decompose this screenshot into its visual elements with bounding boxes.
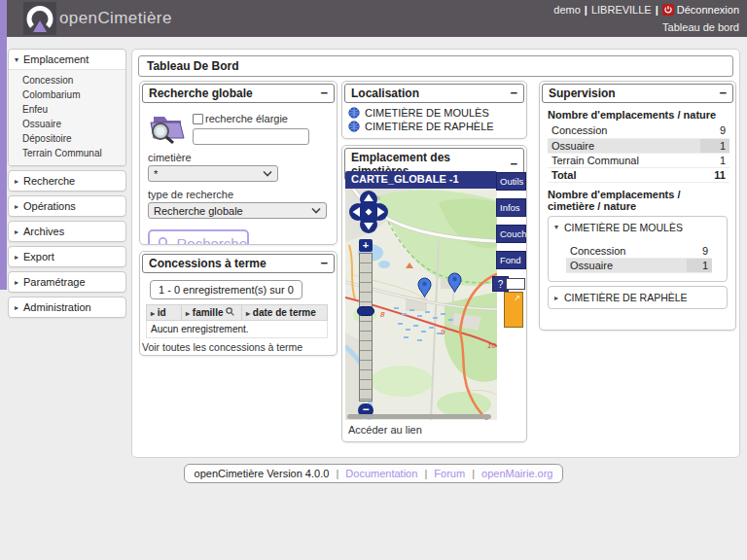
sidebar-item-concession[interactable]: Concession	[9, 73, 125, 88]
map-horizontal-scrollbar[interactable]	[347, 414, 491, 419]
power-icon	[662, 4, 674, 16]
globe-icon	[348, 107, 360, 119]
column-header-id[interactable]: ▸ id	[147, 305, 182, 321]
widget-title: Supervision	[549, 87, 616, 100]
chevron-right-icon: ▸	[15, 202, 18, 211]
cemetery-name: CIMETIÈRE DE MOULÈS	[365, 107, 489, 119]
sidebar-item-label: Archives	[23, 226, 64, 237]
sidebar-item-label: Opérations	[23, 200, 76, 212]
main-content-panel: Tableau De Bord Recherche globale −	[131, 49, 740, 458]
cemetery-name: CIMETIÈRE DE RAPHÈLE	[564, 292, 688, 303]
logout-link[interactable]: Déconnexion	[662, 4, 739, 16]
sidebar-item-colombarium[interactable]: Colombarium	[9, 88, 125, 102]
sidebar-item-archives[interactable]: ▸ Archives	[9, 222, 125, 241]
zoom-in-button[interactable]: +	[359, 239, 373, 252]
sidebar-item-label: Export	[23, 251, 54, 262]
footer: openCimetière Version 4.0.0 | Documentat…	[0, 464, 747, 483]
recherche-elargie-checkbox[interactable]	[193, 114, 203, 124]
logo-ring-icon	[23, 2, 56, 35]
sidebar-item-label: Paramétrage	[23, 276, 86, 288]
collectivity-name: LIBREVILLE	[591, 4, 652, 16]
row-label: Ossuaire	[548, 138, 700, 153]
row-value: 9	[687, 244, 712, 259]
cemetery-name: CIMETIÈRE DE RAPHÈLE	[365, 121, 494, 132]
user-name: demo	[553, 4, 581, 16]
map-marker-icon[interactable]	[417, 277, 432, 298]
sidebar-item-depositoire[interactable]: Dépositoire	[9, 131, 125, 146]
checkbox-label: recherche élargie	[205, 113, 288, 124]
sidebar-item-terrain-communal[interactable]: Terrain Communal	[9, 146, 125, 160]
chevron-right-icon: ▸	[15, 278, 18, 287]
search-input[interactable]	[193, 128, 309, 145]
row-value: 9	[700, 123, 729, 138]
map-marker-icon[interactable]	[447, 272, 462, 293]
map-title: CARTE_GLOBALE -1	[345, 171, 497, 189]
road-label: 9	[441, 328, 445, 336]
accordion-header-moules[interactable]: ▾ CIMETIÈRE DE MOULÈS	[549, 217, 727, 238]
chevron-right-icon: ▸	[15, 177, 18, 186]
see-all-concessions-link[interactable]: Voir toutes les concessions à terme	[142, 341, 337, 353]
map-tab-couches[interactable]: Couches	[496, 225, 526, 243]
total-value: 11	[700, 167, 729, 182]
sidebar-item-ossuaire[interactable]: Ossuaire	[9, 117, 125, 131]
widget-recherche-globale: Recherche globale − recherche élargie	[139, 81, 338, 245]
cemetery-link-moules[interactable]: CIMETIÈRE DE MOULÈS	[342, 105, 526, 119]
map-access-link[interactable]: Accéder au lien	[348, 424, 422, 436]
zoom-slider-handle[interactable]	[357, 306, 374, 316]
column-header-famille[interactable]: ▸ famille	[182, 305, 242, 321]
sidebar-item-recherche[interactable]: ▸ Recherche	[9, 171, 125, 191]
select-value: *	[154, 168, 158, 180]
column-header-date-de-terme[interactable]: ▸ date de terme	[242, 305, 328, 321]
map-pan-control[interactable]	[349, 191, 388, 233]
row-label: Terrain Communal	[548, 153, 700, 167]
sidebar-item-export[interactable]: ▸ Export	[9, 247, 125, 266]
separator: |	[336, 468, 338, 479]
road-label: 10	[487, 341, 496, 350]
minimize-button[interactable]: −	[510, 159, 517, 169]
app-logo: openCimetière	[23, 2, 172, 35]
map-tab-infos[interactable]: Infos	[496, 198, 526, 217]
table-row-total: Total 11	[548, 167, 729, 182]
row-value: 1	[700, 138, 729, 153]
minimize-button[interactable]: −	[320, 259, 328, 268]
chevron-right-icon: ▸	[15, 228, 18, 236]
sidebar-item-operations[interactable]: ▸ Opérations	[9, 196, 125, 216]
minimize-button[interactable]: −	[719, 88, 727, 98]
widget-localisation: Localisation − CIMETIÈRE DE MOULÈS CIMET…	[341, 81, 527, 139]
type-recherche-label: type de recherche	[148, 189, 337, 200]
row-value: 1	[687, 259, 712, 273]
accordion-raphele: ▸ CIMETIÈRE DE RAPHÈLE	[548, 286, 728, 309]
accent-stripe	[0, 0, 7, 290]
widget-emplacement-des-cimetieres: Emplacement des cimetières − CARTE_GLOBA…	[341, 145, 527, 442]
footer-link-openmairie[interactable]: openMairie.org	[481, 468, 552, 479]
recherche-button[interactable]: Recherche	[148, 229, 249, 245]
overview-map-toggle[interactable]: ↗	[504, 292, 523, 328]
map-tab-outils[interactable]: Outils	[496, 172, 526, 191]
minimize-button[interactable]: −	[320, 88, 328, 98]
cemetery-link-raphele[interactable]: CIMETIÈRE DE RAPHÈLE	[342, 119, 526, 132]
widget-title: Localisation	[351, 87, 419, 100]
chevron-down-icon	[311, 207, 321, 214]
sidebar-item-administration[interactable]: ▸ Administration	[9, 298, 125, 317]
cimetiere-select[interactable]: *	[148, 165, 278, 182]
type-recherche-select[interactable]: Recherche globale	[148, 202, 327, 219]
chevron-down-icon: ▾	[15, 55, 18, 64]
sidebar: ▾ Emplacement Concession Colombarium Enf…	[8, 49, 126, 322]
zoom-slider-track[interactable]	[359, 253, 373, 402]
footer-link-forum[interactable]: Forum	[434, 468, 465, 479]
section-heading-cimetiere: Nombre d'emplacements / cimetière / natu…	[548, 189, 728, 212]
nature-table: Concession 9 Ossuaire 1 Terrain Communal…	[548, 123, 729, 183]
map-tab-fond[interactable]: Fond	[496, 251, 526, 269]
table-row: Concession 9	[566, 244, 712, 259]
cemetery-name: CIMETIÈRE DE MOULÈS	[564, 222, 683, 233]
accordion-moules: ▾ CIMETIÈRE DE MOULÈS Concession 9 Ossua…	[548, 216, 728, 283]
minimize-button[interactable]: −	[510, 88, 517, 98]
search-folder-icon	[148, 111, 187, 144]
accordion-header-raphele[interactable]: ▸ CIMETIÈRE DE RAPHÈLE	[549, 287, 727, 308]
footer-link-documentation[interactable]: Documentation	[345, 468, 417, 479]
sidebar-item-parametrage[interactable]: ▸ Paramétrage	[9, 272, 125, 292]
sidebar-item-emplacement[interactable]: ▾ Emplacement	[9, 50, 125, 69]
sidebar-item-enfeu[interactable]: Enfeu	[9, 102, 125, 117]
pagination-info: 1 - 0 enregistrement(s) sur 0	[150, 280, 302, 299]
empty-message: Aucun enregistrement.	[147, 321, 328, 338]
